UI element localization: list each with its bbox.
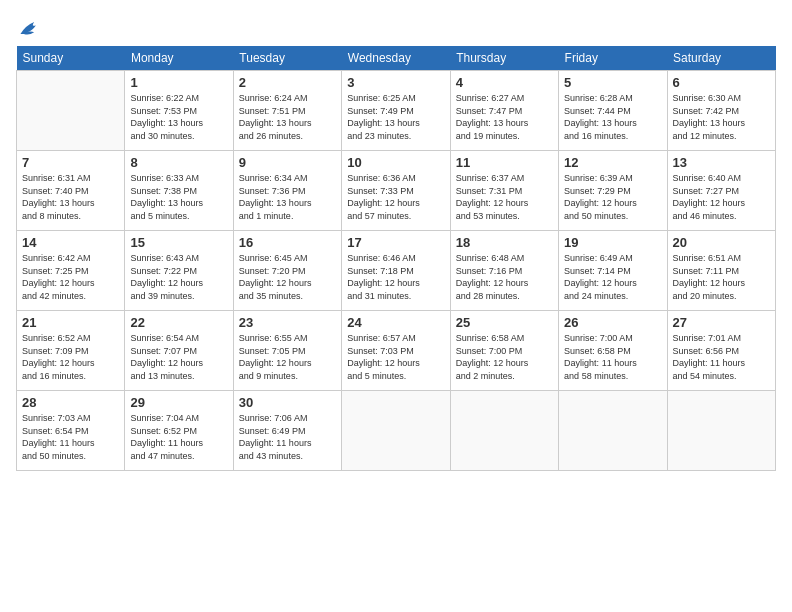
day-info: Sunrise: 6:37 AMSunset: 7:31 PMDaylight:… <box>456 172 553 222</box>
day-number: 15 <box>130 235 227 250</box>
day-number: 24 <box>347 315 444 330</box>
day-number: 29 <box>130 395 227 410</box>
day-number: 28 <box>22 395 119 410</box>
day-info: Sunrise: 6:54 AMSunset: 7:07 PMDaylight:… <box>130 332 227 382</box>
header-wednesday: Wednesday <box>342 46 450 71</box>
day-number: 25 <box>456 315 553 330</box>
calendar-cell: 3Sunrise: 6:25 AMSunset: 7:49 PMDaylight… <box>342 71 450 151</box>
calendar-cell: 18Sunrise: 6:48 AMSunset: 7:16 PMDayligh… <box>450 231 558 311</box>
day-info: Sunrise: 6:52 AMSunset: 7:09 PMDaylight:… <box>22 332 119 382</box>
day-info: Sunrise: 6:27 AMSunset: 7:47 PMDaylight:… <box>456 92 553 142</box>
day-number: 8 <box>130 155 227 170</box>
calendar-cell: 4Sunrise: 6:27 AMSunset: 7:47 PMDaylight… <box>450 71 558 151</box>
week-row-2: 7Sunrise: 6:31 AMSunset: 7:40 PMDaylight… <box>17 151 776 231</box>
day-info: Sunrise: 6:51 AMSunset: 7:11 PMDaylight:… <box>673 252 770 302</box>
day-number: 1 <box>130 75 227 90</box>
day-info: Sunrise: 6:24 AMSunset: 7:51 PMDaylight:… <box>239 92 336 142</box>
day-info: Sunrise: 6:40 AMSunset: 7:27 PMDaylight:… <box>673 172 770 222</box>
logo <box>16 16 41 36</box>
day-number: 14 <box>22 235 119 250</box>
calendar-cell: 30Sunrise: 7:06 AMSunset: 6:49 PMDayligh… <box>233 391 341 471</box>
day-number: 20 <box>673 235 770 250</box>
header-monday: Monday <box>125 46 233 71</box>
calendar-cell: 16Sunrise: 6:45 AMSunset: 7:20 PMDayligh… <box>233 231 341 311</box>
week-row-1: 1Sunrise: 6:22 AMSunset: 7:53 PMDaylight… <box>17 71 776 151</box>
day-number: 19 <box>564 235 661 250</box>
day-info: Sunrise: 7:06 AMSunset: 6:49 PMDaylight:… <box>239 412 336 462</box>
calendar-cell: 19Sunrise: 6:49 AMSunset: 7:14 PMDayligh… <box>559 231 667 311</box>
header <box>16 16 776 36</box>
day-info: Sunrise: 6:33 AMSunset: 7:38 PMDaylight:… <box>130 172 227 222</box>
day-info: Sunrise: 6:48 AMSunset: 7:16 PMDaylight:… <box>456 252 553 302</box>
day-info: Sunrise: 6:31 AMSunset: 7:40 PMDaylight:… <box>22 172 119 222</box>
week-row-5: 28Sunrise: 7:03 AMSunset: 6:54 PMDayligh… <box>17 391 776 471</box>
week-row-3: 14Sunrise: 6:42 AMSunset: 7:25 PMDayligh… <box>17 231 776 311</box>
calendar-cell: 6Sunrise: 6:30 AMSunset: 7:42 PMDaylight… <box>667 71 775 151</box>
calendar-cell: 17Sunrise: 6:46 AMSunset: 7:18 PMDayligh… <box>342 231 450 311</box>
page: SundayMondayTuesdayWednesdayThursdayFrid… <box>0 0 792 612</box>
calendar-cell: 22Sunrise: 6:54 AMSunset: 7:07 PMDayligh… <box>125 311 233 391</box>
calendar-cell: 15Sunrise: 6:43 AMSunset: 7:22 PMDayligh… <box>125 231 233 311</box>
day-info: Sunrise: 6:36 AMSunset: 7:33 PMDaylight:… <box>347 172 444 222</box>
day-number: 10 <box>347 155 444 170</box>
header-tuesday: Tuesday <box>233 46 341 71</box>
day-number: 6 <box>673 75 770 90</box>
calendar-cell: 11Sunrise: 6:37 AMSunset: 7:31 PMDayligh… <box>450 151 558 231</box>
day-info: Sunrise: 6:30 AMSunset: 7:42 PMDaylight:… <box>673 92 770 142</box>
day-info: Sunrise: 6:39 AMSunset: 7:29 PMDaylight:… <box>564 172 661 222</box>
calendar-cell <box>17 71 125 151</box>
day-number: 2 <box>239 75 336 90</box>
calendar-cell: 28Sunrise: 7:03 AMSunset: 6:54 PMDayligh… <box>17 391 125 471</box>
day-number: 30 <box>239 395 336 410</box>
header-friday: Friday <box>559 46 667 71</box>
day-info: Sunrise: 6:49 AMSunset: 7:14 PMDaylight:… <box>564 252 661 302</box>
logo-bird-icon <box>17 16 41 40</box>
day-number: 11 <box>456 155 553 170</box>
week-row-4: 21Sunrise: 6:52 AMSunset: 7:09 PMDayligh… <box>17 311 776 391</box>
calendar-cell: 10Sunrise: 6:36 AMSunset: 7:33 PMDayligh… <box>342 151 450 231</box>
calendar-cell <box>667 391 775 471</box>
logo-text <box>16 16 41 40</box>
day-info: Sunrise: 6:46 AMSunset: 7:18 PMDaylight:… <box>347 252 444 302</box>
day-number: 3 <box>347 75 444 90</box>
calendar-cell: 21Sunrise: 6:52 AMSunset: 7:09 PMDayligh… <box>17 311 125 391</box>
day-number: 21 <box>22 315 119 330</box>
calendar-cell <box>559 391 667 471</box>
calendar-cell: 13Sunrise: 6:40 AMSunset: 7:27 PMDayligh… <box>667 151 775 231</box>
day-info: Sunrise: 6:43 AMSunset: 7:22 PMDaylight:… <box>130 252 227 302</box>
day-number: 16 <box>239 235 336 250</box>
header-thursday: Thursday <box>450 46 558 71</box>
day-number: 5 <box>564 75 661 90</box>
day-info: Sunrise: 6:55 AMSunset: 7:05 PMDaylight:… <box>239 332 336 382</box>
day-info: Sunrise: 6:28 AMSunset: 7:44 PMDaylight:… <box>564 92 661 142</box>
day-info: Sunrise: 6:25 AMSunset: 7:49 PMDaylight:… <box>347 92 444 142</box>
calendar-cell <box>342 391 450 471</box>
header-row: SundayMondayTuesdayWednesdayThursdayFrid… <box>17 46 776 71</box>
day-number: 17 <box>347 235 444 250</box>
calendar-cell: 12Sunrise: 6:39 AMSunset: 7:29 PMDayligh… <box>559 151 667 231</box>
day-info: Sunrise: 7:00 AMSunset: 6:58 PMDaylight:… <box>564 332 661 382</box>
day-number: 13 <box>673 155 770 170</box>
day-info: Sunrise: 6:22 AMSunset: 7:53 PMDaylight:… <box>130 92 227 142</box>
day-info: Sunrise: 7:03 AMSunset: 6:54 PMDaylight:… <box>22 412 119 462</box>
header-saturday: Saturday <box>667 46 775 71</box>
day-number: 26 <box>564 315 661 330</box>
header-sunday: Sunday <box>17 46 125 71</box>
calendar-cell: 26Sunrise: 7:00 AMSunset: 6:58 PMDayligh… <box>559 311 667 391</box>
calendar-cell: 5Sunrise: 6:28 AMSunset: 7:44 PMDaylight… <box>559 71 667 151</box>
calendar-cell: 27Sunrise: 7:01 AMSunset: 6:56 PMDayligh… <box>667 311 775 391</box>
calendar-cell: 29Sunrise: 7:04 AMSunset: 6:52 PMDayligh… <box>125 391 233 471</box>
calendar-cell: 7Sunrise: 6:31 AMSunset: 7:40 PMDaylight… <box>17 151 125 231</box>
calendar-cell: 25Sunrise: 6:58 AMSunset: 7:00 PMDayligh… <box>450 311 558 391</box>
day-number: 9 <box>239 155 336 170</box>
day-info: Sunrise: 6:42 AMSunset: 7:25 PMDaylight:… <box>22 252 119 302</box>
day-number: 7 <box>22 155 119 170</box>
day-info: Sunrise: 7:01 AMSunset: 6:56 PMDaylight:… <box>673 332 770 382</box>
day-info: Sunrise: 6:57 AMSunset: 7:03 PMDaylight:… <box>347 332 444 382</box>
calendar-cell: 1Sunrise: 6:22 AMSunset: 7:53 PMDaylight… <box>125 71 233 151</box>
day-number: 18 <box>456 235 553 250</box>
calendar-cell: 14Sunrise: 6:42 AMSunset: 7:25 PMDayligh… <box>17 231 125 311</box>
day-info: Sunrise: 6:58 AMSunset: 7:00 PMDaylight:… <box>456 332 553 382</box>
calendar-cell: 20Sunrise: 6:51 AMSunset: 7:11 PMDayligh… <box>667 231 775 311</box>
calendar-cell: 2Sunrise: 6:24 AMSunset: 7:51 PMDaylight… <box>233 71 341 151</box>
